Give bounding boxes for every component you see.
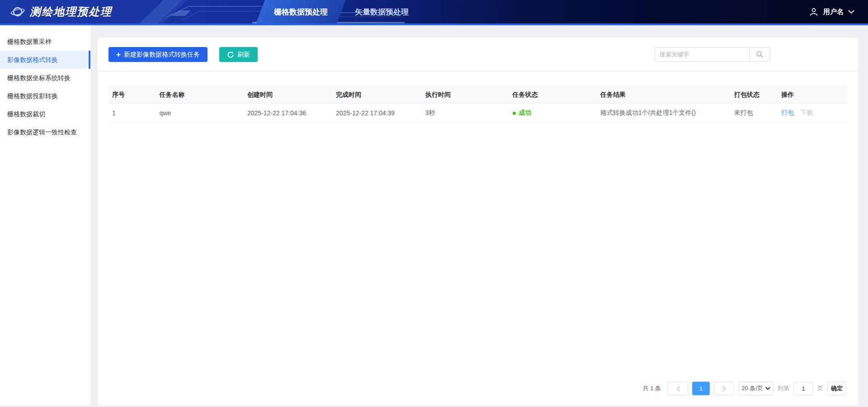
sidebar-item-image-logic-check[interactable]: 影像数据逻辑一致性检查 [0,123,90,141]
sidebar-item-raster-clip[interactable]: 栅格数据裁切 [0,105,90,123]
col-package-status: 打包状态 [731,87,778,104]
search-group [655,47,770,62]
toolbar: + 新建影像数据格式转换任务 刷新 [98,38,858,71]
cell-index: 1 [108,104,156,123]
goto-prefix: 到第 [778,384,789,393]
chevron-left-icon [676,386,680,392]
page-body: 栅格数据重采样 影像数据格式转换 栅格数据坐标系统转换 栅格数据投影转换 栅格数… [0,25,868,405]
cell-actions: 打包 下载 [778,104,847,123]
prev-page-button[interactable] [668,382,688,395]
goto-confirm-button[interactable]: 确定 [827,382,846,395]
top-tab-bar: 栅格数据预处理 矢量数据预处理 [260,0,422,24]
col-duration: 执行时间 [422,87,509,104]
main-area: + 新建影像数据格式转换任务 刷新 [90,25,868,405]
package-link[interactable]: 打包 [781,109,794,116]
tab-raster-preprocessing[interactable]: 栅格数据预处理 [260,0,341,24]
cell-duration: 3秒 [422,104,509,123]
content-card: + 新建影像数据格式转换任务 刷新 [98,38,858,405]
table-header-row: 序号 任务名称 创建时间 完成时间 执行时间 任务状态 任务结果 打包状态 操作 [108,87,847,104]
user-name: 用户名 [823,8,844,16]
app-logo: 测绘地理预处理 [10,0,112,24]
sidebar: 栅格数据重采样 影像数据格式转换 栅格数据坐标系统转换 栅格数据投影转换 栅格数… [0,25,90,405]
page-size-select[interactable]: 20 条/页 [738,382,774,395]
status-label: 成功 [519,109,532,117]
search-input[interactable] [655,47,749,62]
download-link[interactable]: 下载 [800,109,813,116]
next-page-button[interactable] [714,382,734,395]
toolbar-buttons: + 新建影像数据格式转换任务 刷新 [108,47,258,62]
col-finished-time: 完成时间 [332,87,422,104]
task-table-wrap: 序号 任务名称 创建时间 完成时间 执行时间 任务状态 任务结果 打包状态 操作 [98,71,858,123]
sidebar-item-raster-coordinate-convert[interactable]: 栅格数据坐标系统转换 [0,69,90,87]
cell-task-name: qwe [156,104,244,123]
sidebar-item-image-format-convert[interactable]: 影像数据格式转换 [0,51,90,69]
col-status: 任务状态 [509,87,597,104]
globe-orbit-logo-icon [10,4,25,19]
table-row: 1 qwe 2025-12-22 17:04:36 2025-12-22 17:… [108,104,847,123]
col-actions: 操作 [778,87,847,104]
cell-finished-time: 2025-12-22 17:04:39 [332,104,422,123]
chevron-right-icon [722,386,726,392]
sidebar-item-raster-projection-convert[interactable]: 栅格数据投影转换 [0,87,90,105]
app-header: 测绘地理预处理 栅格数据预处理 矢量数据预处理 用户名 [0,0,868,25]
pagination: 共 1 条 1 20 条/页 [643,382,846,395]
cell-status: 成功 [509,104,597,123]
tab-vector-preprocessing[interactable]: 矢量数据预处理 [341,0,422,24]
user-menu[interactable]: 用户名 [809,0,854,24]
search-button[interactable] [749,47,770,62]
page-1-button[interactable]: 1 [692,382,710,395]
new-task-button[interactable]: + 新建影像数据格式转换任务 [108,47,208,62]
pagination-total: 共 1 条 [643,384,661,393]
col-index: 序号 [108,87,156,104]
search-icon [756,51,764,58]
cell-created-time: 2025-12-22 17:04:36 [244,104,332,123]
refresh-icon [227,51,234,58]
cell-package-status: 未打包 [731,104,778,123]
cell-result: 格式转换成功1个/共处理1个文件() [597,104,731,123]
task-table: 序号 任务名称 创建时间 完成时间 执行时间 任务状态 任务结果 打包状态 操作 [108,86,847,123]
user-icon [809,7,819,17]
goto-page-input[interactable] [793,382,813,395]
plus-icon: + [116,51,121,58]
goto-suffix: 页 [817,384,823,393]
app-title: 测绘地理预处理 [30,5,112,19]
col-task-name: 任务名称 [156,87,244,104]
col-result: 任务结果 [597,87,731,104]
refresh-button[interactable]: 刷新 [219,47,258,62]
chevron-down-icon [848,10,854,14]
select-chevron-down-icon [765,387,770,390]
sidebar-item-raster-resample[interactable]: 栅格数据重采样 [0,33,90,51]
success-dot-icon [513,112,516,115]
col-created-time: 创建时间 [244,87,332,104]
